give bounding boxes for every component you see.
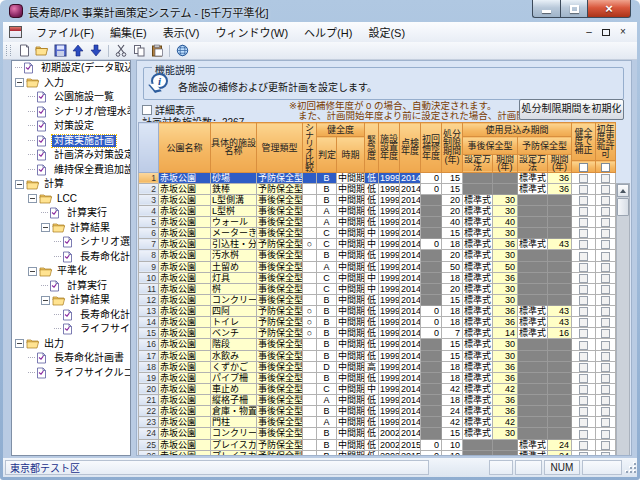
prev-method-cell[interactable]: 標準式 [518, 183, 548, 194]
first-repair-cell[interactable]: 0 [421, 239, 442, 250]
post-method-cell[interactable]: 標準式 [463, 194, 493, 205]
tree-item-label[interactable]: LCC [55, 193, 79, 205]
post-period-cell[interactable]: 30 [493, 194, 518, 205]
inspection-year-cell[interactable]: 2014 [400, 294, 421, 305]
built-year-cell[interactable]: 1999 [379, 294, 400, 305]
health-time-cell[interactable]: 中間期 [337, 272, 365, 283]
tree-item[interactable]: シナリオ選定 [12, 235, 130, 250]
row-number-cell[interactable]: 3 [139, 194, 159, 205]
health-judge-cell[interactable]: B [317, 172, 337, 183]
scenario-compare-cell[interactable] [303, 283, 317, 294]
health-time-cell[interactable]: 中間期 [337, 372, 365, 383]
health-correct-checkbox[interactable] [579, 229, 588, 238]
health-time-cell[interactable]: 中間期 [337, 317, 365, 328]
tree-item[interactable]: ライフサイクルコスト [12, 322, 130, 337]
first-year-renew-checkbox[interactable] [601, 407, 610, 416]
health-judge-cell[interactable]: B [317, 428, 337, 439]
col-health-correct[interactable]: 健全度で補正 [572, 123, 596, 161]
facility-name-cell[interactable]: L型桝 [211, 205, 257, 216]
menu-window[interactable]: ウィンドウ(W) [207, 22, 296, 42]
first-year-renew-checkbox[interactable] [601, 418, 610, 427]
urgency-cell[interactable]: 低 [365, 350, 379, 361]
tree-item-label[interactable]: 維持保全費追加設定 [52, 164, 131, 176]
facility-name-cell[interactable]: 車止め [211, 383, 257, 394]
scenario-compare-cell[interactable]: ○ [303, 317, 317, 328]
scenario-compare-cell[interactable] [303, 350, 317, 361]
prev-method-cell[interactable]: 標準式 [518, 306, 548, 317]
first-year-renew-checkbox[interactable] [601, 185, 610, 194]
urgency-cell[interactable]: 中 [365, 272, 379, 283]
first-repair-cell[interactable]: 0 [421, 328, 442, 339]
post-method-cell[interactable]: 標準式 [463, 328, 493, 339]
urgency-cell[interactable]: 低 [365, 339, 379, 350]
col-first-repair-year[interactable]: 初回補修年度 [421, 123, 442, 173]
post-period-cell[interactable]: 36 [493, 395, 518, 406]
health-judge-cell[interactable]: B [317, 306, 337, 317]
health-judge-cell[interactable]: C [317, 283, 337, 294]
urgency-cell[interactable]: 低 [365, 372, 379, 383]
inspection-year-cell[interactable]: 2015 [400, 439, 421, 450]
first-year-renew-checkbox[interactable] [601, 430, 610, 439]
health-judge-cell[interactable]: B [317, 317, 337, 328]
facility-name-cell[interactable]: コンクリー [211, 294, 257, 305]
row-number-cell[interactable]: 11 [139, 283, 159, 294]
health-time-cell[interactable]: 中間期 [337, 250, 365, 261]
tree-expander-icon[interactable] [28, 267, 37, 276]
health-time-cell[interactable]: 中間期 [337, 361, 365, 372]
copy-icon[interactable] [130, 43, 148, 58]
disposal-limit-cell[interactable]: 24 [442, 406, 463, 417]
health-correct-checkbox[interactable] [579, 263, 588, 272]
health-time-cell[interactable]: 中間期 [337, 428, 365, 439]
disposal-limit-cell[interactable]: 15 [442, 339, 463, 350]
first-year-renew-checkbox[interactable] [601, 207, 610, 216]
post-method-cell[interactable]: 標準式 [463, 350, 493, 361]
tree-item[interactable]: 対策設定 [12, 119, 130, 134]
tree-item-label[interactable]: 対策実施計画 [52, 135, 116, 147]
col-scenario-compare[interactable]: シナリオ比較 [303, 123, 317, 173]
management-type-cell[interactable]: 事後保全型 [257, 406, 303, 417]
health-correct-checkbox[interactable] [579, 441, 588, 450]
first-year-renew-checkbox[interactable] [601, 318, 610, 327]
facility-name-cell[interactable]: メーターき [211, 228, 257, 239]
health-correct-checkbox[interactable] [579, 407, 588, 416]
prev-period-cell[interactable]: 24 [548, 450, 572, 456]
post-method-cell[interactable]: 標準式 [463, 383, 493, 394]
minimize-button[interactable] [532, 0, 560, 18]
urgency-cell[interactable]: 低 [365, 439, 379, 450]
menu-view[interactable]: 表示(V) [155, 22, 208, 42]
health-judge-cell[interactable]: B [317, 350, 337, 361]
post-period-cell[interactable]: 40 [493, 217, 518, 228]
facility-name-cell[interactable]: 水飲み [211, 350, 257, 361]
facility-name-cell[interactable]: 門柱 [211, 417, 257, 428]
post-period-cell[interactable]: 30 [493, 428, 518, 439]
park-name-cell[interactable]: 赤坂公園 [159, 261, 211, 272]
management-type-cell[interactable]: 事後保全型 [257, 383, 303, 394]
inspection-year-cell[interactable]: 2014 [400, 395, 421, 406]
first-repair-cell[interactable]: 0 [421, 183, 442, 194]
health-correct-checkbox[interactable] [579, 430, 588, 439]
inspection-year-cell[interactable]: 2014 [400, 239, 421, 250]
park-name-cell[interactable]: 赤坂公園 [159, 205, 211, 216]
post-method-cell[interactable]: 標準式 [463, 261, 493, 272]
mdi-minimize-button[interactable]: – [581, 25, 597, 39]
scenario-compare-cell[interactable] [303, 205, 317, 216]
tree-expander-icon[interactable] [15, 78, 24, 87]
prev-period-cell[interactable]: 43 [548, 306, 572, 317]
tree-expander-icon[interactable] [28, 194, 37, 203]
scrollbar-thumb[interactable] [617, 198, 629, 216]
col-disposal-limit[interactable]: 処分制限期間(年) [442, 123, 463, 173]
management-type-cell[interactable]: 事後保全型 [257, 217, 303, 228]
health-time-cell[interactable]: 中間期 [337, 294, 365, 305]
health-correct-checkbox[interactable] [579, 352, 588, 361]
prev-period-cell[interactable]: 16 [548, 328, 572, 339]
new-document-icon[interactable] [15, 43, 33, 58]
inspection-year-cell[interactable]: 2014 [400, 228, 421, 239]
col-park-name[interactable]: 公園名称 [159, 123, 211, 173]
disposal-limit-cell[interactable]: 15 [442, 428, 463, 439]
post-period-cell[interactable]: 42 [493, 383, 518, 394]
park-name-cell[interactable]: 赤坂公園 [159, 217, 211, 228]
built-year-cell[interactable]: 1999 [379, 383, 400, 394]
tree-item-label[interactable]: 計算実行 [65, 280, 109, 292]
health-time-cell[interactable]: 中間期 [337, 350, 365, 361]
built-year-cell[interactable]: 1999 [379, 228, 400, 239]
